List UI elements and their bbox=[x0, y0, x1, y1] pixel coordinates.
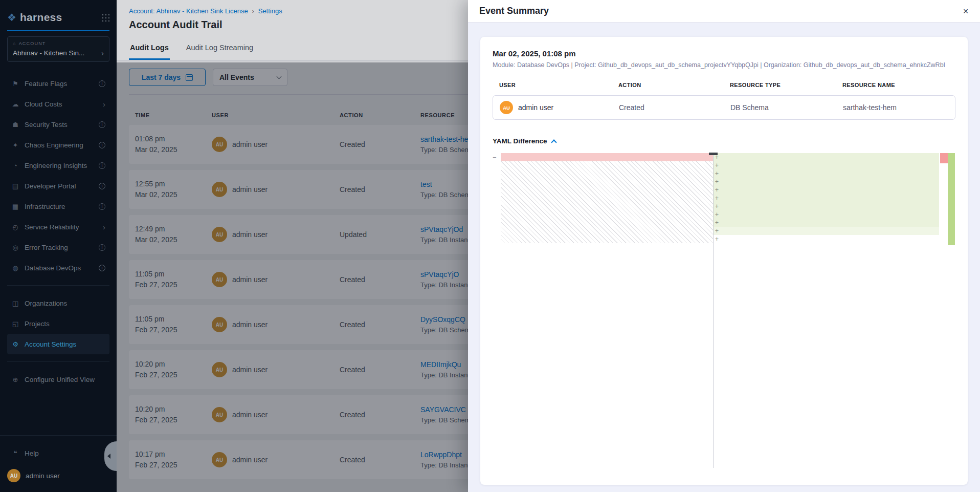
yaml-added-line: tags:[] bbox=[714, 178, 939, 186]
resource-name-value: sarthak-test-hem bbox=[843, 103, 955, 112]
content-dim-overlay bbox=[117, 62, 468, 492]
removed-line-bar bbox=[501, 153, 713, 161]
column-action: ACTION bbox=[618, 82, 730, 88]
added-code-block: dbschema: identifier:sarthaktesthem name… bbox=[714, 153, 939, 243]
minimap-added-block bbox=[948, 153, 955, 245]
yaml-added-line: location:asdsad.yaml bbox=[714, 202, 939, 210]
diff-pane-new: dbschema: identifier:sarthaktesthem name… bbox=[714, 153, 955, 468]
yaml-difference-label: YAML Difference bbox=[493, 137, 547, 145]
yaml-difference-toggle[interactable]: YAML Difference bbox=[493, 137, 955, 145]
action-value: Created bbox=[619, 103, 730, 112]
diff-pane-old bbox=[493, 153, 714, 468]
column-resource-type: RESOURCE TYPE bbox=[730, 82, 842, 88]
yaml-added-line: dbschema: bbox=[714, 153, 939, 161]
event-table-header: USER ACTION RESOURCE TYPE RESOURCE NAME bbox=[493, 82, 955, 88]
event-summary-drawer: Event Summary Mar 02, 2025, 01:08 pm Mod… bbox=[468, 0, 980, 492]
yaml-diff-viewer: dbschema: identifier:sarthaktesthem name… bbox=[493, 153, 955, 468]
diff-minimap[interactable] bbox=[940, 153, 955, 255]
app-root: harness ACCOUNT Abhinav - Kitchen Sin...… bbox=[0, 0, 980, 492]
avatar: AU bbox=[500, 101, 513, 114]
yaml-added-line: connector:DbDevopsoBKpcpIfEV bbox=[714, 194, 939, 202]
user-cell: AU admin user bbox=[500, 101, 619, 114]
removed-line-marker-icon bbox=[493, 154, 496, 161]
drawer-title: Event Summary bbox=[479, 6, 963, 16]
drawer-header: Event Summary bbox=[468, 0, 980, 23]
resource-type-value: DB Schema bbox=[730, 103, 843, 112]
yaml-added-line: changeLog: bbox=[714, 186, 939, 194]
yaml-added-line: orgIdentifier:Github_db_devops_aut_db_sc… bbox=[714, 210, 939, 219]
drawer-body: Mar 02, 2025, 01:08 pm Module: Database … bbox=[468, 23, 980, 492]
diff-position-marker bbox=[709, 153, 718, 155]
minimap-removed-block bbox=[940, 153, 948, 163]
column-resource-name: RESOURCE NAME bbox=[842, 82, 955, 88]
yaml-added-empty-line bbox=[714, 227, 939, 235]
empty-diff-hatch bbox=[501, 161, 713, 243]
chevron-up-icon bbox=[551, 139, 556, 145]
event-meta: Module: Database DevOps | Project: Githu… bbox=[493, 61, 955, 69]
yaml-added-line: name:sarthak-test-hem bbox=[714, 169, 939, 178]
event-timestamp: Mar 02, 2025, 01:08 pm bbox=[493, 49, 955, 58]
user-name: admin user bbox=[518, 103, 553, 112]
event-table-row: AU admin user Created DB Schema sarthak-… bbox=[493, 95, 955, 120]
yaml-added-line: projectIdentifier:Github_db_devops_aut_d… bbox=[714, 219, 939, 227]
column-user: USER bbox=[499, 82, 618, 88]
close-icon[interactable] bbox=[963, 7, 969, 15]
yaml-lines: dbschema: identifier:sarthaktesthem name… bbox=[714, 153, 939, 227]
yaml-trailing-line bbox=[714, 235, 939, 243]
yaml-added-line: identifier:sarthaktesthem bbox=[714, 161, 939, 169]
event-card: Mar 02, 2025, 01:08 pm Module: Database … bbox=[480, 37, 968, 485]
